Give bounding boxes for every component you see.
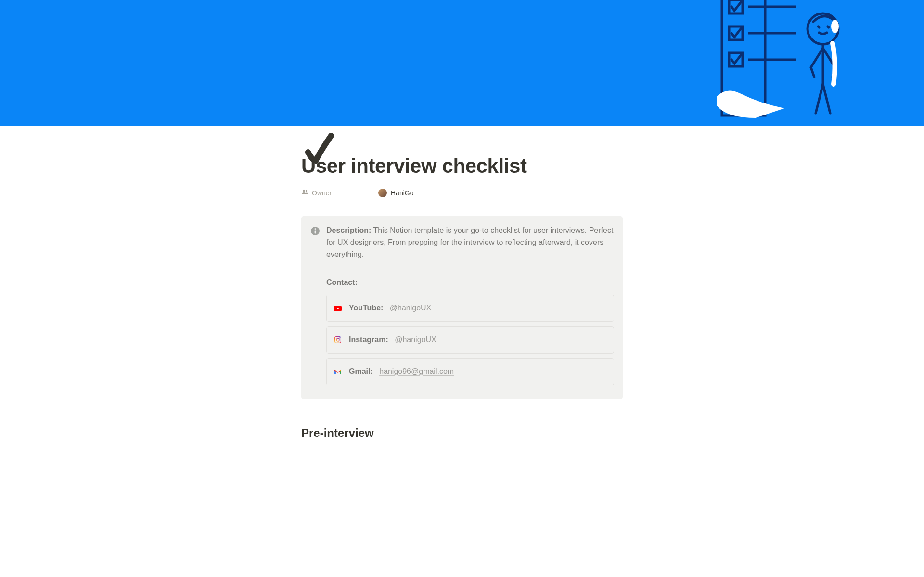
contact-gmail[interactable]: Gmail: hanigo96@gmail.com — [326, 358, 614, 385]
svg-rect-15 — [315, 231, 316, 234]
cover-banner — [0, 0, 924, 126]
svg-rect-17 — [335, 337, 341, 343]
contact-instagram[interactable]: Instagram: @hanigoUX — [326, 326, 614, 354]
contact-label: Gmail: — [349, 367, 373, 375]
info-icon — [310, 226, 321, 236]
youtube-icon — [334, 304, 342, 313]
svg-point-12 — [306, 190, 308, 192]
avatar — [378, 189, 387, 197]
description-text: Description: This Notion template is you… — [326, 225, 614, 260]
property-owner-row[interactable]: Owner HaniGo — [301, 188, 623, 197]
gmail-icon — [334, 367, 342, 376]
svg-point-10 — [831, 20, 839, 33]
people-icon — [301, 188, 309, 197]
contact-label: Instagram: — [349, 335, 388, 344]
page-title: User interview checklist — [301, 154, 623, 178]
svg-point-19 — [339, 338, 340, 339]
page-checkmark-icon — [301, 133, 339, 170]
instagram-icon — [334, 335, 342, 344]
pre-interview-heading: Pre-interview — [301, 426, 623, 440]
contact-youtube[interactable]: YouTube: @hanigoUX — [326, 295, 614, 322]
property-owner-label: Owner — [301, 188, 378, 197]
property-owner-value: HaniGo — [378, 189, 413, 197]
svg-point-11 — [303, 190, 305, 192]
description-callout: Description: This Notion template is you… — [301, 216, 623, 399]
contact-heading: Contact: — [326, 277, 614, 289]
contact-label: YouTube: — [349, 304, 383, 312]
svg-point-18 — [336, 338, 339, 341]
divider — [301, 207, 623, 207]
contact-link[interactable]: @hanigoUX — [390, 304, 432, 312]
svg-line-8 — [818, 26, 819, 27]
svg-line-9 — [828, 26, 829, 27]
cover-illustration — [712, 0, 866, 126]
contact-link[interactable]: @hanigoUX — [395, 335, 436, 344]
svg-point-14 — [314, 228, 316, 230]
contact-link[interactable]: hanigo96@gmail.com — [379, 367, 454, 375]
